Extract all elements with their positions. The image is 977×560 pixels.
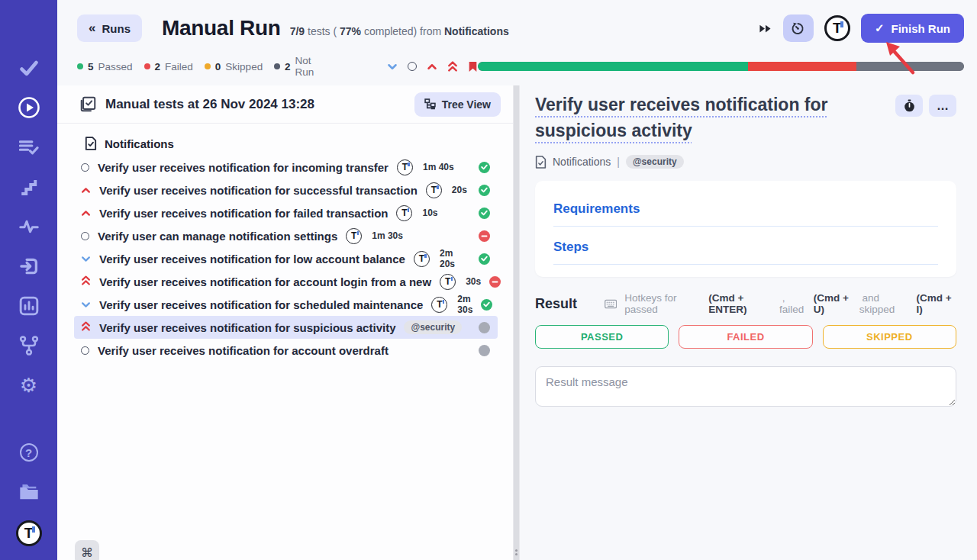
priority-circle-icon — [81, 232, 89, 240]
status-failed-icon — [489, 276, 501, 288]
breadcrumb-separator: | — [617, 156, 620, 168]
stat-failed: 2Failed — [144, 61, 193, 72]
hotkeys-hint: Hotkeys for passed (Cmd + ENTER) , faile… — [624, 292, 956, 315]
test-row[interactable]: Verify user receives notification for lo… — [74, 247, 498, 270]
check-icon: ✓ — [875, 21, 885, 35]
test-row[interactable]: Verify user receives notification for ac… — [74, 270, 498, 293]
keyboard-icon — [605, 299, 617, 309]
finish-run-button[interactable]: ✓ Finish Run — [861, 14, 964, 43]
testomat-badge-icon: T — [431, 297, 447, 313]
failed-dot-icon — [144, 63, 150, 69]
report-chart-icon[interactable] — [18, 294, 40, 317]
status-passed-icon — [481, 299, 492, 311]
test-row[interactable]: Verify user can manage notification sett… — [74, 224, 498, 247]
topbar: « Runs Manual Run 7/9 tests ( 77% comple… — [57, 0, 977, 47]
tree-view-label: Tree View — [442, 98, 491, 111]
progress-failed-segment — [748, 62, 856, 71]
test-row[interactable]: Verify user receives notification for sc… — [74, 293, 498, 316]
testomat-badge-icon: T — [440, 274, 456, 290]
import-icon[interactable] — [18, 255, 40, 278]
branch-icon[interactable] — [18, 334, 40, 357]
folder-icon[interactable] — [18, 481, 40, 504]
bookmark-icon[interactable] — [468, 61, 478, 72]
run-progress-summary: 7/9 tests ( 77% completed) from Notifica… — [290, 19, 509, 37]
steps-icon[interactable] — [18, 175, 40, 198]
activity-icon[interactable] — [18, 215, 40, 238]
progress-passed-segment — [478, 62, 748, 71]
list-check-icon[interactable] — [18, 136, 40, 159]
play-circle-icon[interactable] — [18, 96, 40, 119]
progress-not-run-segment — [856, 62, 964, 71]
tree-view-button[interactable]: Tree View — [414, 92, 501, 117]
result-head: Result Hotkeys for passed (Cmd + ENTER) … — [535, 292, 956, 315]
file-icon — [535, 156, 547, 169]
user-logo-avatar[interactable]: T — [824, 15, 850, 41]
test-row[interactable]: Verify user receives notification for in… — [74, 156, 498, 179]
priority-chevron-up-icon — [81, 183, 91, 197]
status-not-run-icon — [479, 345, 490, 356]
double-chevron-up-icon[interactable] — [447, 61, 458, 72]
skipped-dot-icon — [205, 63, 211, 69]
topbar-actions: T ✓ Finish Run — [759, 14, 964, 43]
security-tag[interactable]: @security — [626, 155, 684, 169]
run-header: Manual tests at 26 Nov 2024 13:28 Tree V… — [57, 85, 513, 124]
help-icon[interactable]: ? — [18, 441, 40, 464]
priority-chevron-down-icon — [81, 298, 91, 311]
back-to-runs-button[interactable]: « Runs — [77, 14, 142, 42]
check-icon[interactable] — [18, 56, 40, 79]
stopwatch-icon — [904, 99, 915, 112]
test-row[interactable]: Verify user receives notification for fa… — [74, 201, 498, 224]
status-passed-icon — [479, 185, 490, 196]
status-passed-icon — [479, 253, 490, 265]
app-logo-icon[interactable]: T — [16, 520, 42, 546]
priority-chevron-up-icon — [81, 206, 91, 220]
section-requirements[interactable]: Requirements — [553, 201, 938, 227]
panel-splitter[interactable] — [513, 85, 520, 560]
result-heading: Result — [535, 296, 577, 312]
skipped-button[interactable]: SKIPPED — [823, 325, 956, 349]
status-not-run-icon — [479, 322, 490, 333]
security-tag[interactable]: @security — [404, 320, 462, 334]
passed-button[interactable]: PASSED — [535, 325, 669, 349]
result-message-input[interactable] — [535, 366, 956, 407]
testomat-badge-icon: T — [414, 251, 430, 267]
test-title[interactable]: Verify user receives notification for su… — [535, 92, 895, 143]
test-detail-panel: Verify user receives notification for su… — [520, 85, 977, 560]
test-list: Notifications Verify user receives notif… — [57, 124, 513, 560]
fast-forward-icon[interactable] — [759, 24, 772, 34]
section-steps[interactable]: Steps — [553, 240, 938, 265]
menu-icon[interactable] — [19, 18, 39, 34]
stopwatch-button[interactable] — [895, 95, 923, 117]
breadcrumb-suite[interactable]: Notifications — [553, 156, 611, 168]
circle-icon[interactable] — [408, 62, 417, 71]
stats-row: 5Passed 2Failed 0Skipped 2Not Run — [57, 60, 977, 73]
stat-skipped: 0Skipped — [205, 61, 263, 72]
test-row-selected[interactable]: Verify user receives notification for su… — [74, 316, 498, 339]
priority-double-chevron-up-icon — [81, 275, 91, 288]
command-shortcut-button[interactable]: ⌘ — [75, 540, 99, 560]
run-progress-bar — [478, 62, 964, 71]
failed-button[interactable]: FAILED — [679, 325, 812, 349]
testomat-badge-icon: T — [426, 182, 442, 198]
main-area: « Runs Manual Run 7/9 tests ( 77% comple… — [57, 0, 977, 560]
test-row[interactable]: Verify user receives notification for su… — [74, 179, 498, 201]
chevron-down-icon[interactable] — [387, 63, 398, 70]
chevrons-left-icon: « — [89, 21, 95, 36]
test-list-panel: Manual tests at 26 Nov 2024 13:28 Tree V… — [57, 85, 513, 560]
sidebar: ⚙ ? T — [0, 0, 57, 560]
detail-head: Verify user receives notification for su… — [535, 92, 956, 143]
settings-gear-icon[interactable]: ⚙ — [18, 374, 40, 397]
priority-double-chevron-up-icon — [81, 320, 91, 334]
test-row[interactable]: Verify user receives notification for ac… — [74, 339, 498, 362]
test-sections-card: Requirements Steps — [535, 181, 956, 277]
testomat-badge-icon: T — [396, 205, 412, 221]
priority-filter-icons — [387, 61, 478, 72]
timer-button[interactable] — [783, 14, 814, 42]
more-options-button[interactable]: … — [929, 95, 956, 117]
suite-folder-row[interactable]: Notifications — [74, 131, 498, 156]
priority-chevron-down-icon — [81, 252, 91, 266]
chevron-up-icon[interactable] — [427, 63, 437, 70]
app-root: ⚙ ? T « Runs Manual Run 7/9 tests ( 77% … — [0, 0, 977, 560]
detail-actions: … — [895, 92, 956, 117]
run-title: Manual tests at 26 Nov 2024 13:28 — [105, 97, 314, 112]
